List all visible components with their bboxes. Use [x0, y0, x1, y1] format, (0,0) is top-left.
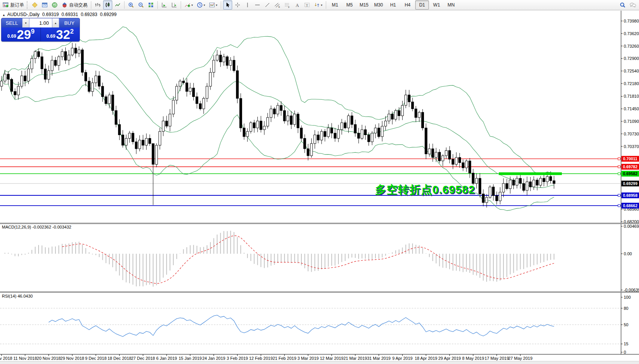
svg-text:21 Feb 2019: 21 Feb 2019	[273, 356, 296, 361]
chat-button[interactable]	[628, 0, 638, 10]
quote-high: 0.69331	[61, 12, 78, 17]
timeframe-M15[interactable]: M15	[357, 0, 371, 10]
rsi-indicator-pane[interactable]: 1008050150	[0, 293, 639, 354]
svg-text:0.71450: 0.71450	[624, 106, 639, 111]
vertical-line-button[interactable]	[243, 0, 252, 10]
template-icon	[209, 2, 215, 8]
indicators-icon	[184, 2, 191, 8]
svg-text:0.68958: 0.68958	[623, 193, 637, 198]
svg-text:0.71810: 0.71810	[624, 94, 639, 98]
autoscroll-button[interactable]	[160, 0, 169, 10]
indicators-button[interactable]: ▾	[183, 0, 194, 10]
svg-text:A: A	[296, 3, 299, 8]
svg-text:E: E	[278, 6, 280, 8]
macd-indicator-pane[interactable]: 0.0046940.00-0.00639	[0, 224, 639, 292]
tile-windows-button[interactable]	[146, 0, 155, 10]
timeframe-M1[interactable]: M1	[328, 0, 342, 10]
svg-text:27 May 2019: 27 May 2019	[508, 356, 532, 361]
periods-button[interactable]: ▾	[195, 0, 207, 10]
buy-price[interactable]: 0.69322	[40, 27, 80, 41]
mt4-window: 新订单 自动交易	[0, 0, 639, 364]
timeframe-H1[interactable]: H1	[386, 0, 400, 10]
svg-text:80: 80	[624, 306, 628, 311]
timeframe-H4[interactable]: H4	[401, 0, 414, 10]
sell-price-big: 29	[17, 29, 31, 40]
chart-candles-button[interactable]	[103, 0, 112, 10]
svg-text:9 Apr 2019: 9 Apr 2019	[392, 356, 413, 361]
volume-increase-button[interactable]: ▲	[52, 18, 59, 27]
timeframe-MN[interactable]: MN	[444, 0, 458, 10]
timeframe-M5[interactable]: M5	[343, 0, 356, 10]
price-chart-pane[interactable]: 0.739800.736200.732600.729000.725400.721…	[0, 11, 639, 223]
svg-text:31 Mar 2019: 31 Mar 2019	[367, 356, 391, 361]
chart-shift-button[interactable]	[170, 0, 179, 10]
svg-text:9 Dec 2018: 9 Dec 2018	[85, 356, 107, 361]
cursor-button[interactable]	[223, 0, 232, 10]
text-icon: A	[294, 2, 300, 8]
arrows-button[interactable]: ▾	[312, 0, 324, 10]
svg-text:0.73980: 0.73980	[624, 19, 639, 23]
chart-line-button[interactable]	[113, 0, 122, 10]
svg-text:29 Nov 2018: 29 Nov 2018	[60, 356, 84, 361]
timeframe-D1[interactable]: D1	[415, 0, 429, 10]
pane-separator[interactable]	[0, 223, 639, 223]
svg-text:0.68200: 0.68200	[624, 219, 639, 223]
svg-text:0.004694: 0.004694	[624, 224, 639, 229]
chart-bars-button[interactable]	[93, 0, 102, 10]
equidistant-channel-icon: E	[274, 2, 280, 8]
svg-text:18 Apr 2019: 18 Apr 2019	[415, 356, 437, 361]
metaeditor-button[interactable]	[30, 0, 39, 10]
fibonacci-button[interactable]: F	[283, 0, 292, 10]
sell-button[interactable]: SELL	[2, 18, 22, 27]
rsi-label: RSI(14) 46.0430	[2, 294, 33, 298]
collapse-panel-icon[interactable]: ▲	[2, 13, 5, 17]
search-button[interactable]	[618, 0, 627, 10]
toolbar-separator	[157, 1, 158, 9]
chart-shift-icon	[171, 2, 177, 8]
timeframe-W1[interactable]: W1	[430, 0, 443, 10]
buy-price-big: 32	[56, 29, 70, 40]
horizontal-line-icon	[254, 2, 260, 8]
svg-text:0.68662: 0.68662	[623, 203, 637, 208]
chart-window[interactable]: 0.739800.736200.732600.729000.725400.721…	[0, 11, 639, 364]
text-label-button[interactable]: T	[303, 0, 312, 10]
autotrading-label: 自动交易	[69, 2, 87, 8]
horizontal-line-button[interactable]	[253, 0, 262, 10]
new-order-button[interactable]: 新订单	[1, 0, 26, 10]
timeframe-M30[interactable]: M30	[372, 0, 385, 10]
sell-price-sup: 9	[31, 28, 34, 35]
sell-price[interactable]: 0.69299	[2, 27, 40, 41]
tile-windows-icon	[148, 2, 154, 8]
volume-input[interactable]	[29, 18, 52, 27]
crosshair-button[interactable]	[233, 0, 242, 10]
signals-button[interactable]	[50, 0, 59, 10]
quote-low: 0.69283	[81, 12, 97, 17]
volume-decrease-button[interactable]: ▼	[22, 18, 29, 27]
svg-text:0.73260: 0.73260	[624, 44, 639, 48]
zoom-out-button[interactable]	[136, 0, 146, 10]
chevron-down-icon: ▾	[216, 3, 217, 7]
trendline-button[interactable]	[263, 0, 272, 10]
svg-text:0.70370: 0.70370	[624, 144, 639, 149]
arrow-objects-icon	[314, 2, 320, 8]
quote-open: 0.69319	[42, 12, 59, 17]
autoscroll-icon	[161, 2, 167, 8]
autotrading-button[interactable]: 自动交易	[60, 0, 89, 10]
toolbar-separator	[326, 1, 326, 9]
market-watch-button[interactable]	[40, 0, 49, 10]
sell-price-prefix: 0.69	[7, 34, 16, 39]
zoom-in-button[interactable]	[126, 0, 136, 10]
chevron-down-icon: ▾	[191, 3, 193, 7]
buy-button[interactable]: BUY	[59, 18, 79, 27]
toolbar-separator	[91, 1, 91, 9]
zoom-out-icon	[138, 2, 144, 8]
svg-text:12 Feb 2019: 12 Feb 2019	[249, 356, 273, 361]
channel-button[interactable]: E	[273, 0, 282, 10]
svg-text:3 Feb 2019: 3 Feb 2019	[227, 356, 248, 361]
time-axis[interactable]: 1 Nov 201811 Nov 201820 Nov 201829 Nov 2…	[0, 354, 639, 361]
svg-text:0.69782: 0.69782	[623, 164, 637, 169]
search-icon	[620, 2, 626, 8]
templates-button[interactable]: ▾	[207, 0, 219, 10]
text-button[interactable]: A	[293, 0, 302, 10]
pane-separator[interactable]	[0, 292, 639, 292]
